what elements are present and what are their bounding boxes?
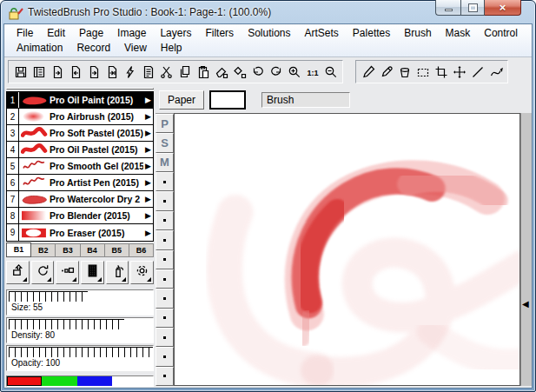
color-swatch-0[interactable] bbox=[7, 376, 42, 386]
brush-list-item[interactable]: 7Pro Watercolor Dry 2▶ bbox=[7, 191, 153, 208]
strip-dot-button[interactable] bbox=[156, 191, 174, 210]
zoom-one-to-one-button[interactable]: 1:1 bbox=[303, 63, 321, 81]
fill-page-button[interactable] bbox=[230, 63, 248, 81]
brush-list-item[interactable]: 6Pro Artist Pen (2015)▶ bbox=[7, 175, 153, 191]
menu-control[interactable]: Control bbox=[477, 26, 525, 40]
menu-layers[interactable]: Layers bbox=[153, 26, 198, 40]
brush-tool-button[interactable] bbox=[359, 63, 377, 81]
strip-dot-button[interactable] bbox=[156, 347, 174, 366]
page-prev-button[interactable] bbox=[66, 63, 84, 81]
close-button[interactable]: × bbox=[485, 0, 521, 16]
brush-size-button[interactable] bbox=[56, 261, 79, 284]
paper-button[interactable]: Paper bbox=[159, 90, 204, 110]
paint-canvas[interactable] bbox=[174, 113, 520, 386]
page-last-button[interactable] bbox=[103, 63, 121, 81]
menu-view[interactable]: View bbox=[117, 41, 154, 55]
brush-list-item[interactable]: 4Pro Oil Pastel (2015)▶ bbox=[7, 142, 153, 158]
copy-icon bbox=[178, 65, 192, 79]
crop-button[interactable] bbox=[432, 63, 450, 81]
tab-b5[interactable]: B5 bbox=[105, 243, 129, 257]
page-goto-button[interactable] bbox=[48, 63, 66, 81]
brush-list-item[interactable]: 8Pro Blender (2015)▶ bbox=[7, 208, 153, 224]
size-slider[interactable]: Size: 55 bbox=[6, 289, 154, 316]
menu-palettes[interactable]: Palettes bbox=[346, 26, 397, 40]
redo-icon bbox=[269, 65, 283, 79]
move-button[interactable] bbox=[450, 63, 468, 81]
strip-dot-button[interactable] bbox=[156, 289, 174, 308]
redo-button[interactable] bbox=[267, 63, 285, 81]
copy-button[interactable] bbox=[175, 63, 194, 81]
canvas-row: PSM bbox=[156, 113, 532, 386]
menu-file[interactable]: File bbox=[10, 26, 40, 40]
book-button[interactable] bbox=[30, 63, 48, 81]
brush-field[interactable]: Brush bbox=[261, 92, 350, 108]
maximize-button[interactable] bbox=[460, 0, 485, 16]
strip-dot-button[interactable] bbox=[156, 250, 174, 269]
tab-b2[interactable]: B2 bbox=[31, 243, 56, 257]
menu-edit[interactable]: Edit bbox=[40, 26, 72, 40]
dot-icon bbox=[163, 239, 166, 242]
strip-dot-button[interactable] bbox=[156, 309, 174, 328]
tab-b1[interactable]: B1 bbox=[6, 243, 31, 257]
brush-shape-button[interactable] bbox=[6, 261, 30, 284]
brush-rotation-button[interactable] bbox=[31, 261, 55, 284]
brush-list-item[interactable]: 5Pro Smooth Gel (2015)▶ bbox=[7, 158, 153, 175]
tab-b3[interactable]: B3 bbox=[56, 243, 80, 257]
flood-fill-button[interactable] bbox=[395, 63, 414, 81]
strip-dot-button[interactable] bbox=[156, 211, 174, 230]
color-swatch-3[interactable] bbox=[112, 376, 147, 386]
tab-b4[interactable]: B4 bbox=[81, 243, 105, 257]
menu-filters[interactable]: Filters bbox=[198, 26, 241, 40]
menu-page[interactable]: Page bbox=[72, 26, 110, 40]
tab-b6[interactable]: B6 bbox=[129, 243, 154, 257]
minimize-button[interactable] bbox=[435, 0, 460, 16]
strip-dot-button[interactable] bbox=[156, 230, 174, 249]
warp-tool-button[interactable] bbox=[486, 63, 505, 81]
media-spray-button[interactable] bbox=[106, 261, 129, 284]
density-slider[interactable]: Density: 80 bbox=[6, 317, 154, 343]
opacity-slider[interactable]: Opacity: 100 bbox=[6, 345, 154, 371]
save-button[interactable] bbox=[11, 63, 30, 81]
color-swatch-1[interactable] bbox=[42, 376, 77, 386]
strip-button-m[interactable]: M bbox=[156, 153, 174, 172]
title-bar[interactable]: TwistedBrush Pro Studio : Book-1: Page-1… bbox=[1, 1, 535, 23]
line-tool-button[interactable] bbox=[468, 63, 486, 81]
cut-button[interactable] bbox=[157, 63, 175, 81]
brush-list-item[interactable]: 3Pro Soft Pastel (2015)▶ bbox=[7, 125, 153, 142]
brush-list-item[interactable]: 1Pro Oil Paint (2015)▶ bbox=[7, 92, 153, 109]
artset-selector[interactable]: Art Pro - Natural Media (20 ▶ bbox=[6, 88, 154, 90]
menu-image[interactable]: Image bbox=[110, 26, 153, 40]
strip-dot-button[interactable] bbox=[156, 367, 174, 386]
brush-settings-button[interactable] bbox=[130, 261, 154, 284]
strip-dot-button[interactable] bbox=[156, 269, 174, 289]
page-next-button[interactable] bbox=[84, 63, 103, 81]
color-swatch-2[interactable] bbox=[77, 376, 112, 386]
menu-mask[interactable]: Mask bbox=[439, 26, 478, 40]
menu-animation[interactable]: Animation bbox=[10, 41, 69, 55]
strip-dot-button[interactable] bbox=[156, 328, 174, 347]
select-marquee-button[interactable] bbox=[414, 63, 432, 81]
slider-ticks bbox=[8, 347, 152, 358]
clear-page-button[interactable] bbox=[212, 63, 230, 81]
menu-brush[interactable]: Brush bbox=[397, 26, 438, 40]
zoom-out-button[interactable] bbox=[321, 63, 340, 81]
menu-record[interactable]: Record bbox=[69, 41, 117, 55]
panel-expand-arrow[interactable]: ◀ bbox=[522, 300, 529, 309]
script-button[interactable] bbox=[139, 63, 157, 81]
menu-help[interactable]: Help bbox=[154, 41, 189, 55]
paper-texture-button[interactable] bbox=[81, 261, 104, 284]
zoom-in-button[interactable] bbox=[285, 63, 303, 81]
brush-list-item[interactable]: 2Pro Airbrush (2015)▶ bbox=[7, 109, 153, 125]
strip-button-s[interactable]: S bbox=[156, 133, 174, 152]
color-picker-button[interactable] bbox=[377, 63, 395, 81]
undo-button[interactable] bbox=[248, 63, 267, 81]
brush-list-item[interactable]: 9Pro Eraser (2015)▶ bbox=[7, 224, 153, 241]
strip-button-p[interactable]: P bbox=[156, 114, 174, 133]
quick-command-button[interactable] bbox=[121, 63, 139, 81]
menu-artsets[interactable]: ArtSets bbox=[298, 26, 346, 40]
strip-dot-button[interactable] bbox=[156, 172, 174, 191]
paste-button[interactable] bbox=[194, 63, 212, 81]
menu-solutions[interactable]: Solutions bbox=[241, 26, 297, 40]
main-area: Art Pro - Natural Media (20 ▶ 1Pro Oil P… bbox=[4, 86, 532, 388]
paper-swatch[interactable] bbox=[209, 90, 246, 110]
